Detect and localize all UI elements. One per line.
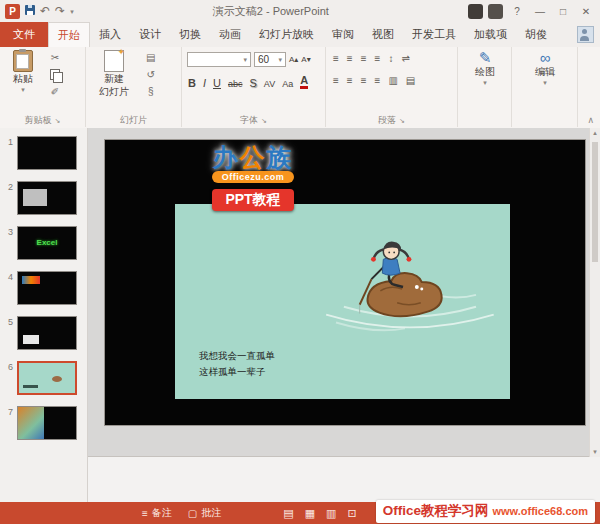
align-center-icon[interactable]: ≡ bbox=[347, 75, 353, 86]
tab-account[interactable]: 胡俊 bbox=[516, 22, 556, 47]
tab-file[interactable]: 文件 bbox=[0, 22, 48, 47]
thumbnail-image bbox=[22, 276, 40, 284]
slide-canvas[interactable]: 办公族 Officezu.com PPT教程 bbox=[105, 140, 585, 425]
thumbnail-row: 1 bbox=[4, 136, 82, 170]
strikethrough-button[interactable]: abc bbox=[228, 79, 243, 89]
paste-button[interactable]: 粘贴 ▾ bbox=[3, 50, 43, 94]
slideshow-view-icon[interactable]: ⊡ bbox=[348, 507, 357, 520]
reading-view-icon[interactable]: ▥ bbox=[326, 507, 336, 520]
tab-developer[interactable]: 开发工具 bbox=[403, 22, 465, 47]
brand-char: 公 bbox=[240, 143, 267, 171]
bold-button[interactable]: B bbox=[188, 77, 196, 89]
scrollbar-thumb[interactable] bbox=[592, 142, 598, 262]
font-group-text: 字体 bbox=[240, 115, 258, 125]
save-icon[interactable] bbox=[25, 5, 35, 17]
ribbon: 粘贴 ▾ ✂ ✐ 剪贴板↘ 新建 幻灯片 ▤ ↺ § bbox=[0, 47, 600, 129]
layout-icon[interactable]: ▤ bbox=[146, 52, 155, 63]
user-avatar[interactable] bbox=[577, 26, 594, 43]
slides-group-text: 幻灯片 bbox=[120, 115, 147, 125]
slide-thumbnail-3[interactable]: Excel bbox=[17, 226, 77, 260]
text-shadow-button[interactable]: S bbox=[249, 77, 256, 89]
tab-home[interactable]: 开始 bbox=[48, 22, 90, 48]
caption-line-2: 这样孤单一辈子 bbox=[199, 364, 275, 381]
notes-toggle[interactable]: ≡ 备注 bbox=[142, 506, 172, 520]
paragraph-dialog-launcher-icon[interactable]: ↘ bbox=[399, 117, 405, 124]
ribbon-tab-bar: 文件 开始 插入 设计 切换 动画 幻灯片放映 审阅 视图 开发工具 加载项 胡… bbox=[0, 22, 600, 48]
font-size-caret-icon: ▾ bbox=[278, 56, 282, 64]
watermark-name: Office教程学习网 bbox=[383, 502, 489, 520]
collapse-ribbon-icon[interactable]: ∧ bbox=[587, 115, 594, 125]
underline-button[interactable]: U bbox=[213, 77, 221, 89]
scroll-up-icon[interactable]: ▴ bbox=[590, 129, 600, 137]
clipboard-dialog-launcher-icon[interactable]: ↘ bbox=[55, 117, 61, 124]
brand-char: 族 bbox=[267, 143, 294, 171]
slide-caption-text[interactable]: 我想我会一直孤单 这样孤单一辈子 bbox=[199, 348, 275, 381]
tab-insert[interactable]: 插入 bbox=[90, 22, 130, 47]
columns-icon[interactable]: ▥ bbox=[388, 75, 397, 86]
drawing-button[interactable]: ✎ 绘图 ▾ bbox=[462, 50, 508, 87]
normal-view-icon[interactable]: ▤ bbox=[283, 507, 293, 520]
align-right-icon[interactable]: ≡ bbox=[361, 75, 367, 86]
bullets-icon[interactable]: ≡ bbox=[333, 53, 339, 64]
italic-button[interactable]: I bbox=[203, 77, 206, 89]
thumbnail-image bbox=[23, 335, 39, 344]
section-icon[interactable]: § bbox=[148, 86, 154, 97]
powerpoint-window: P ↶ ↷ ▾ 演示文稿2 - PowerPoint ? — □ ✕ 文件 开始… bbox=[0, 0, 600, 524]
tab-transitions[interactable]: 切换 bbox=[170, 22, 210, 47]
convert-smartart-icon[interactable]: ▤ bbox=[406, 75, 415, 86]
slide-sorter-view-icon[interactable]: ▦ bbox=[305, 507, 315, 520]
notes-pane[interactable] bbox=[88, 456, 600, 502]
editing-button[interactable]: ∞ 编辑 ▾ bbox=[519, 50, 571, 87]
comments-toggle[interactable]: ▢ 批注 bbox=[188, 506, 221, 520]
copy-icon[interactable] bbox=[50, 69, 60, 80]
minimize-icon[interactable]: — bbox=[531, 6, 549, 17]
justify-icon[interactable]: ≡ bbox=[375, 75, 381, 86]
help-icon[interactable]: ? bbox=[508, 6, 526, 17]
qat-customize-caret-icon[interactable]: ▾ bbox=[70, 8, 74, 15]
slide-thumbnail-6-selected[interactable] bbox=[17, 361, 77, 395]
new-slide-label-2: 幻灯片 bbox=[99, 86, 129, 98]
font-name-combo[interactable]: ▾ bbox=[187, 52, 251, 67]
maximize-icon[interactable]: □ bbox=[554, 6, 572, 17]
new-slide-button[interactable]: 新建 幻灯片 bbox=[91, 50, 137, 97]
slides-group: 新建 幻灯片 ▤ ↺ § 幻灯片 bbox=[86, 47, 182, 127]
align-left-icon[interactable]: ≡ bbox=[333, 75, 339, 86]
decrease-font-size-icon[interactable]: A▾ bbox=[301, 55, 310, 64]
increase-font-size-icon[interactable]: A▴ bbox=[289, 55, 298, 64]
decrease-indent-icon[interactable]: ≡ bbox=[361, 53, 367, 64]
scroll-down-icon[interactable]: ▾ bbox=[590, 448, 600, 456]
undo-icon[interactable]: ↶ bbox=[40, 5, 50, 17]
tab-slideshow[interactable]: 幻灯片放映 bbox=[250, 22, 323, 47]
increase-indent-icon[interactable]: ≡ bbox=[375, 53, 381, 64]
text-direction-icon[interactable]: ⇌ bbox=[401, 53, 409, 64]
close-icon[interactable]: ✕ bbox=[577, 6, 595, 17]
tab-bar-spacer bbox=[556, 22, 571, 47]
clipboard-small-buttons: ✂ ✐ bbox=[50, 52, 60, 97]
slide-thumbnail-1[interactable] bbox=[17, 136, 77, 170]
redo-icon[interactable]: ↷ bbox=[55, 5, 65, 17]
slide-thumbnail-7[interactable] bbox=[17, 406, 77, 440]
slide-thumbnail-2[interactable] bbox=[17, 181, 77, 215]
change-case-button[interactable]: Aa bbox=[282, 79, 293, 89]
reset-icon[interactable]: ↺ bbox=[147, 69, 155, 80]
paragraph-group-label: 段落↘ bbox=[326, 115, 457, 126]
cut-icon[interactable]: ✂ bbox=[51, 52, 59, 63]
character-spacing-button[interactable]: AV bbox=[264, 79, 275, 89]
slide-thumbnail-4[interactable] bbox=[17, 271, 77, 305]
slide-thumbnail-5[interactable] bbox=[17, 316, 77, 350]
font-size-combo[interactable]: 60▾ bbox=[254, 52, 286, 67]
tab-view[interactable]: 视图 bbox=[363, 22, 403, 47]
font-dialog-launcher-icon[interactable]: ↘ bbox=[261, 117, 267, 124]
tab-animations[interactable]: 动画 bbox=[210, 22, 250, 47]
line-spacing-icon[interactable]: ↕ bbox=[388, 53, 393, 64]
font-row-2: B I U abc S AV Aa A bbox=[188, 75, 308, 89]
numbering-icon[interactable]: ≡ bbox=[347, 53, 353, 64]
tab-addins[interactable]: 加载项 bbox=[465, 22, 516, 47]
font-color-button[interactable]: A bbox=[300, 75, 308, 89]
format-painter-icon[interactable]: ✐ bbox=[51, 86, 59, 97]
tab-design[interactable]: 设计 bbox=[130, 22, 170, 47]
paragraph-row-1: ≡ ≡ ≡ ≡ ↕ ⇌ bbox=[333, 53, 410, 64]
slide-content-area[interactable]: 我想我会一直孤单 这样孤单一辈子 bbox=[175, 204, 510, 399]
vertical-scrollbar[interactable]: ▴ ▾ bbox=[589, 128, 600, 457]
tab-review[interactable]: 审阅 bbox=[323, 22, 363, 47]
